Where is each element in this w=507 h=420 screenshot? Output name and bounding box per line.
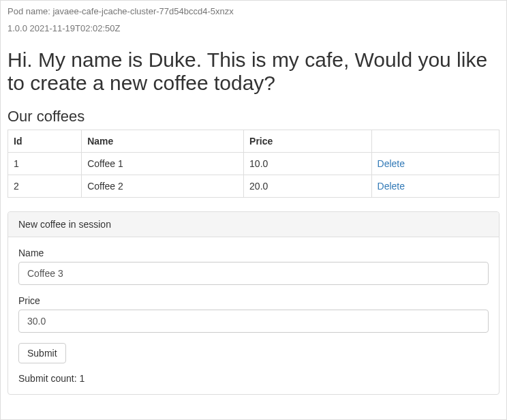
pod-name-line: Pod name: javaee-cafe-jcache-cluster-77d… (7, 6, 500, 16)
panel-title: New coffee in session (8, 212, 499, 237)
name-input[interactable] (18, 262, 489, 285)
cell-name: Coffee 1 (82, 153, 244, 175)
page-title: Hi. My name is Duke. This is my cafe, Wo… (7, 48, 500, 94)
coffees-subheading: Our coffees (7, 108, 500, 125)
col-header-name: Name (82, 130, 244, 153)
cell-price: 20.0 (244, 175, 371, 198)
coffee-table: Id Name Price 1 Coffee 1 10.0 Delete 2 C… (7, 130, 500, 198)
delete-link[interactable]: Delete (378, 158, 405, 169)
cell-name: Coffee 2 (82, 175, 244, 198)
new-coffee-panel: New coffee in session Name Price Submit … (7, 211, 500, 395)
submit-button[interactable]: Submit (18, 343, 66, 363)
name-label: Name (18, 247, 489, 258)
cell-id: 2 (8, 175, 82, 198)
price-input[interactable] (18, 310, 489, 333)
col-header-price: Price (244, 130, 371, 153)
cell-price: 10.0 (244, 153, 371, 175)
table-row: 1 Coffee 1 10.0 Delete (8, 153, 500, 175)
col-header-id: Id (8, 130, 82, 153)
col-header-actions (371, 130, 499, 153)
table-row: 2 Coffee 2 20.0 Delete (8, 175, 500, 198)
delete-link[interactable]: Delete (378, 181, 405, 192)
price-label: Price (18, 295, 489, 306)
cell-id: 1 (8, 153, 82, 175)
submit-count-text: Submit count: 1 (18, 373, 489, 384)
version-timestamp-line: 1.0.0 2021-11-19T02:02:50Z (7, 23, 500, 33)
